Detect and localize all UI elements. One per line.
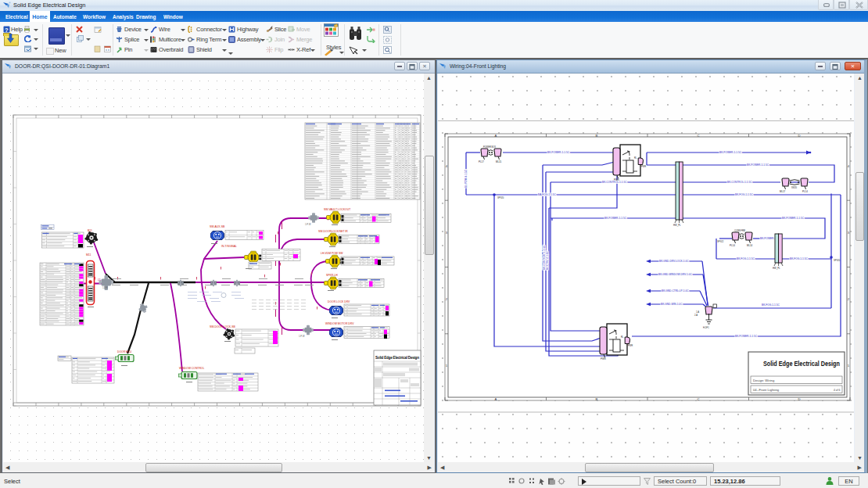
svg-text:SPKR-LH: SPKR-LH [326, 274, 338, 277]
svg-text:C: C [697, 397, 699, 401]
svg-text:PWR: PWR [641, 165, 646, 168]
svg-text:Design: Wiring: Design: Wiring [753, 379, 775, 382]
svg-text:SW-DOOR-LOCK-SB: SW-DOOR-LOCK-SB [210, 325, 235, 328]
svg-text:BK-CONTROL-1-1.5C: BK-CONTROL-1-1.5C [727, 181, 752, 184]
svg-text:ML14: ML14 [747, 244, 753, 247]
svg-text:BK-POWER-1-1.5C: BK-POWER-1-1.5C [747, 163, 769, 167]
svg-text:BK-POWER-1-1.5C: BK-POWER-1-1.5C [604, 217, 627, 220]
svg-text:D: D [798, 397, 800, 401]
svg-text:POWER BOX: POWER BOX [483, 145, 496, 149]
svg-text:B11: B11 [88, 229, 92, 232]
svg-text:BK-FOG-1-1.5C: BK-FOG-1-1.5C [790, 257, 809, 260]
svg-text:PWR: PWR [628, 344, 633, 347]
svg-text:BK-GND-CTRL-LP-1.0C: BK-GND-CTRL-LP-1.0C [662, 289, 689, 292]
svg-text:PWR: PWR [614, 178, 619, 181]
svg-text:Solid Edge Electrical Design: Solid Edge Electrical Design [375, 356, 419, 360]
svg-text:04--Front Lighting: 04--Front Lighting [753, 388, 780, 392]
svg-text:IN-T/SIGNAL: IN-T/SIGNAL [221, 245, 237, 248]
svg-text:PL17: PL17 [479, 160, 484, 163]
svg-text:BK-POWER-1-1.5C: BK-POWER-1-1.5C [782, 217, 805, 220]
svg-text:Solid Edge Electrical Design: Solid Edge Electrical Design [763, 360, 840, 368]
svg-text:LH-VDM POW SW: LH-VDM POW SW [321, 252, 343, 255]
svg-text:WINDOW MOTOR DRV: WINDOW MOTOR DRV [325, 322, 354, 325]
svg-text:A: A [495, 134, 497, 138]
svg-text:1-P-W: 1-P-W [299, 335, 305, 338]
svg-text:DOOR ECU: DOOR ECU [117, 350, 132, 353]
svg-text:SP922: SP922 [717, 240, 724, 243]
svg-text:1-P-W: 1-P-W [305, 223, 311, 226]
svg-text:BK-GND-WINDOW-DRV-1.0C: BK-GND-WINDOW-DRV-1.0C [658, 273, 692, 276]
svg-text:1-DW: 1-DW [102, 286, 108, 289]
svg-text:A: A [495, 397, 497, 401]
svg-text:BK-FOG-1-1.5C: BK-FOG-1-1.5C [737, 257, 755, 260]
svg-text:BK-GND-DRV-LOCK-1.0C: BK-GND-DRV-LOCK-1.0C [659, 260, 689, 263]
svg-text:SW-AUX-SB: SW-AUX-SB [210, 225, 225, 228]
svg-text:RL: RL [621, 336, 624, 339]
svg-text:C: C [697, 134, 699, 138]
svg-text:LTL: LTL [98, 278, 102, 282]
svg-text:D: D [798, 134, 800, 138]
svg-text:PL14: PL14 [802, 190, 808, 193]
svg-text:PWR: PWR [601, 357, 606, 361]
svg-text:SW-DOORLOCK/SET IR: SW-DOORLOCK/SET IR [318, 230, 348, 233]
svg-text:BL-POW-4-1.5C: BL-POW-4-1.5C [464, 169, 468, 188]
svg-text:DOOR LOCK DRV: DOOR LOCK DRV [328, 300, 350, 303]
svg-text:BK-FOG-1-1.5C: BK-FOG-1-1.5C [762, 303, 780, 307]
svg-text:CONN FRM: CONN FRM [734, 229, 745, 232]
svg-text:BL-CTRL-2-1.5C: BL-CTRL-2-1.5C [546, 250, 549, 270]
svg-text:RL: RL [634, 156, 637, 160]
svg-text:BK-GND-WIN-1.0C: BK-GND-WIN-1.0C [661, 303, 683, 306]
svg-text:4 of 6: 4 of 6 [834, 389, 841, 392]
svg-text:BK-POWER-1-1.5C: BK-POWER-1-1.5C [547, 151, 570, 154]
svg-text:H-DF1: H-DF1 [703, 326, 709, 329]
svg-text:B: B [596, 397, 598, 401]
svg-text:BK-CONTROL-1-1.5C: BK-CONTROL-1-1.5C [602, 181, 627, 184]
svg-text:ML15: ML15 [496, 160, 502, 163]
svg-text:M11: M11 [86, 253, 91, 257]
svg-text:2-A: 2-A [694, 314, 698, 317]
svg-text:SP920: SP920 [834, 259, 841, 262]
svg-text:B: B [596, 134, 598, 138]
svg-text:HW_PL: HW_PL [773, 267, 780, 270]
svg-text:SW20: SW20 [791, 186, 798, 189]
svg-text:SP920: SP920 [497, 196, 504, 199]
svg-text:?: ? [5, 27, 9, 34]
svg-text:PL14: PL14 [730, 244, 735, 247]
svg-text:1-A: 1-A [696, 310, 699, 314]
svg-text:HW_PL: HW_PL [673, 224, 681, 227]
svg-text:SW-VAULT LOCKOUT: SW-VAULT LOCKOUT [324, 208, 350, 211]
svg-text:BA-FOG-1-1.5C: BA-FOG-1-1.5C [538, 193, 557, 196]
svg-text:ML17: ML17 [780, 190, 786, 193]
svg-text:BK-POWER-1-1.5C: BK-POWER-1-1.5C [719, 151, 742, 154]
svg-text:BK-FOG-1-1.5C: BK-FOG-1-1.5C [735, 193, 754, 196]
svg-text:BK-POWER-1-1.5C: BK-POWER-1-1.5C [735, 335, 758, 338]
svg-text:WINDOW CONTROL: WINDOW CONTROL [179, 367, 205, 370]
